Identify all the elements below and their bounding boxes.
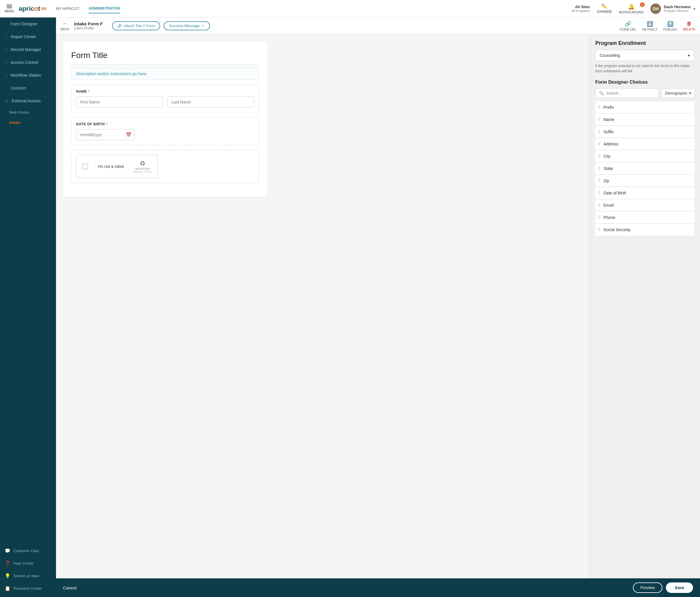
name-field-label: NAME * — [76, 89, 254, 94]
sidebar-item-resource-center[interactable]: 📋 Resource Center — [0, 582, 56, 595]
program-select[interactable]: Counseling ▾ — [595, 50, 694, 61]
form-url-button[interactable]: 🔗 FORM URL — [620, 21, 636, 31]
nav-administrator[interactable]: ADMINISTRATOR — [89, 4, 120, 14]
logo: apricot 360 — [19, 5, 46, 12]
user-info[interactable]: DH Dash Hermann Program Director ▾ — [650, 3, 695, 14]
sidebar-sub-intake[interactable]: Intake — [0, 118, 56, 128]
drag-handle-icon: ⠿ — [598, 191, 601, 195]
sidebar-sub-web-forms[interactable]: Web Forms — [0, 107, 56, 118]
list-item[interactable]: ⠿ Email — [595, 199, 694, 211]
choices-search-row: 🔍 Demographic ▾ — [595, 88, 694, 98]
sidebar-label-access-control: Access Control — [10, 60, 38, 65]
delete-icon: 🗑 — [686, 21, 692, 27]
sidebar-item-customer-care[interactable]: 💬 Customer Care — [0, 545, 56, 557]
drag-handle-icon: ⠿ — [598, 117, 601, 122]
chevron-right-icon: › — [5, 86, 6, 90]
choice-label: Phone — [603, 215, 615, 220]
captcha-logo: ♻ reCAPTCHA Privacy - Terms — [133, 160, 152, 173]
list-item[interactable]: ⠿ Zip — [595, 175, 694, 187]
cancel-button[interactable]: Cancel — [63, 583, 77, 593]
chevron-down-icon: ∨ — [5, 99, 7, 103]
list-item[interactable]: ⠿ Name — [595, 114, 694, 126]
back-label: BACK — [61, 27, 69, 31]
delete-label: DELETE — [683, 27, 695, 31]
avatar: DH — [650, 3, 661, 14]
avatar-initials: DH — [653, 6, 658, 11]
retract-label: RETRACT — [642, 28, 657, 31]
list-item[interactable]: ⠿ Suffix — [595, 126, 694, 138]
sidebar-item-external-access[interactable]: ∨ External Access — [0, 95, 56, 107]
help-icon: ❓ — [5, 561, 10, 566]
form-sub: Client Profile — [74, 26, 103, 30]
last-name-input[interactable] — [168, 97, 254, 108]
form-description: Description and/or Instructions go here. — [71, 68, 259, 80]
chevron-right-icon: › — [5, 48, 6, 51]
captcha-service: reCAPTCHA — [135, 167, 150, 170]
change-button[interactable]: ✏️ CHANGE — [597, 3, 612, 14]
pencil-icon: ✏️ — [601, 3, 607, 9]
delete-button[interactable]: 🗑 DELETE — [683, 21, 695, 31]
retract-button[interactable]: ⬇️ RETRACT — [642, 21, 657, 31]
user-details: Dash Hermann Program Director — [664, 5, 691, 12]
link-icon: 🔗 — [625, 21, 631, 27]
form-url-label: FORM URL — [620, 28, 636, 31]
sidebar-item-workflow-station[interactable]: › Workflow Station — [0, 69, 56, 82]
first-name-input[interactable] — [76, 97, 163, 108]
enrollment-title: Program Enrollment — [595, 40, 694, 46]
success-message-button[interactable]: Success Message ✓ — [164, 21, 210, 30]
publish-button[interactable]: ⬆️ PUBLISH — [663, 21, 677, 31]
list-item[interactable]: ⠿ City — [595, 150, 694, 162]
choices-search-input[interactable] — [606, 91, 655, 95]
attach-tier2-button[interactable]: 🔗 Attach Tier 2 Form — [112, 21, 160, 30]
sidebar-item-help-center[interactable]: ❓ Help Center — [0, 557, 56, 570]
calendar-icon[interactable]: 📅 — [126, 132, 131, 137]
list-item[interactable]: ⠿ Address — [595, 138, 694, 150]
list-item[interactable]: ⠿ Prefix — [595, 101, 694, 113]
site-name: All Sites — [575, 5, 590, 9]
captcha-checkbox[interactable] — [82, 163, 88, 170]
bottom-right-actions: Preview Save — [633, 582, 693, 593]
form-right-layout: Form Title Description and/or Instructio… — [56, 34, 700, 578]
list-item[interactable]: ⠿ Phone — [595, 212, 694, 224]
top-nav: MENU apricot 360 MY APRICOT ADMINISTRATO… — [0, 0, 700, 18]
sidebar-item-submit-idea[interactable]: 💡 Submit an Idea — [0, 570, 56, 582]
list-item[interactable]: ⠿ Social Security — [595, 224, 694, 236]
sidebar-label-record-manager: Record Manager — [10, 47, 41, 52]
select-chevron-icon: ▾ — [688, 53, 690, 58]
back-button[interactable]: ← BACK — [61, 21, 69, 31]
nav-links: MY APRICOT ADMINISTRATOR — [56, 4, 572, 14]
nav-my-apricot[interactable]: MY APRICOT — [56, 4, 79, 13]
category-select[interactable]: Demographic ▾ — [661, 88, 695, 98]
sidebar-item-record-manager[interactable]: › Record Manager — [0, 43, 56, 56]
dob-field-label: DATE OF BIRTH * — [76, 122, 254, 126]
notifications-button[interactable]: 🔔 2 NOTIFICATIONS — [619, 3, 644, 14]
sidebar-item-access-control[interactable]: › Access Control — [0, 56, 56, 69]
preview-button[interactable]: Preview — [633, 582, 662, 593]
menu-button[interactable]: MENU — [5, 5, 14, 13]
menu-label: MENU — [5, 9, 14, 13]
logo-dot: o — [34, 5, 38, 12]
save-button[interactable]: Save — [666, 582, 693, 593]
list-item[interactable]: ⠿ State — [595, 163, 694, 175]
sidebar-item-connect[interactable]: › Connect — [0, 82, 56, 95]
required-star: * — [88, 89, 90, 94]
sidebar-label-customer-care: Customer Care — [14, 549, 39, 553]
subheader-actions: 🔗 Attach Tier 2 Form Success Message ✓ — [112, 21, 210, 30]
dob-input-wrapper: 📅 — [76, 129, 134, 140]
notifications-label: NOTIFICATIONS — [619, 10, 644, 14]
subheader: ← BACK Intake Form F Client Profile 🔗 At… — [56, 18, 700, 34]
site-sub: All Programs — [572, 9, 590, 12]
captcha-footer: Privacy - Terms — [133, 170, 152, 173]
drag-handle-icon: ⠿ — [598, 203, 601, 208]
sidebar-item-form-designer[interactable]: › Form Designer — [0, 18, 56, 30]
drag-handle-icon: ⠿ — [598, 227, 601, 232]
choice-label: State — [603, 166, 613, 171]
chevron-right-icon: › — [5, 35, 6, 38]
change-label: CHANGE — [597, 9, 612, 14]
publish-icon: ⬆️ — [667, 21, 673, 27]
chevron-right-icon: › — [5, 61, 6, 64]
sidebar-label-workflow-station: Workflow Station — [10, 73, 41, 78]
sidebar-label-form-designer: Form Designer — [10, 22, 38, 26]
sidebar-item-report-center[interactable]: › Report Center — [0, 30, 56, 43]
list-item[interactable]: ⠿ Date of Birth — [595, 187, 694, 199]
